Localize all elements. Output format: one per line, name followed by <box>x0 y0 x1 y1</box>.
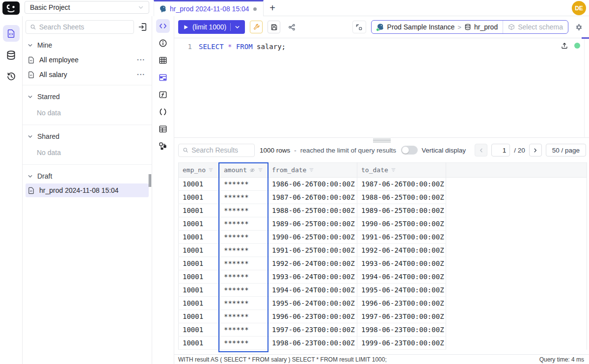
cell-emp_no[interactable]: 10001 <box>179 191 220 204</box>
cell-to_date[interactable]: 1994-06-24T00:00:00Z <box>357 270 446 284</box>
search-sheets-input[interactable] <box>39 23 130 31</box>
cell-emp_no[interactable]: 10001 <box>179 323 220 337</box>
new-tab-button[interactable]: + <box>264 0 281 16</box>
panel-resize-handle[interactable] <box>149 174 152 187</box>
cell-to_date[interactable]: 1997-06-23T00:00:00Z <box>357 310 446 323</box>
ai-assistant-button[interactable] <box>572 21 585 33</box>
bytebase-logo-icon[interactable] <box>2 1 20 15</box>
rail-databases-button[interactable] <box>3 47 20 63</box>
cell-amount[interactable]: ****** <box>220 217 268 231</box>
cell-emp_no[interactable]: 10001 <box>179 231 220 244</box>
cell-amount[interactable]: ****** <box>220 270 268 284</box>
sort-funnel-icon[interactable] <box>309 167 314 173</box>
sheet-item-all-salary[interactable]: All salary ··· <box>23 67 152 82</box>
rail-history-button[interactable] <box>3 68 20 85</box>
cell-to_date[interactable]: 1988-06-25T00:00:00Z <box>357 191 446 204</box>
cell-from_date[interactable]: 1986-06-26T00:00:00Z <box>268 178 357 191</box>
cell-to_date[interactable]: 1999-06-23T00:00:00Z <box>357 337 446 350</box>
next-page-button[interactable] <box>529 144 542 156</box>
user-avatar[interactable]: DE <box>572 1 586 15</box>
cell-from_date[interactable]: 1993-06-24T00:00:00Z <box>268 270 357 284</box>
cell-amount[interactable]: ****** <box>220 244 268 257</box>
chevron-down-icon[interactable] <box>235 25 240 30</box>
cell-amount[interactable]: ****** <box>220 310 268 323</box>
cell-from_date[interactable]: 1995-06-24T00:00:00Z <box>268 297 357 310</box>
sheet-item-all-employee[interactable]: All employee ··· <box>23 52 152 67</box>
cell-to_date[interactable]: 1991-06-25T00:00:00Z <box>357 231 446 244</box>
column-header-amount[interactable]: amount <box>220 163 268 178</box>
cell-from_date[interactable]: 1990-06-25T00:00:00Z <box>268 231 357 244</box>
section-draft[interactable]: Draft <box>23 168 152 183</box>
sql-editor[interactable]: 1 SELECT * FROM salary; <box>174 38 589 138</box>
cell-from_date[interactable]: 1988-06-25T00:00:00Z <box>268 204 357 217</box>
prev-page-button[interactable] <box>475 144 487 156</box>
run-query-button[interactable]: (limit 1000) <box>178 20 245 34</box>
tab-worksheet[interactable]: hr_prod 2024-11-08 15:04 <box>154 0 264 16</box>
cell-amount[interactable]: ****** <box>220 284 268 297</box>
cell-to_date[interactable]: 1995-06-24T00:00:00Z <box>357 284 446 297</box>
sheet-item-draft-current[interactable]: hr_prod 2024-11-08 15:04 <box>26 183 149 197</box>
select-schema-dropdown[interactable]: Select schema <box>503 21 568 33</box>
sheet-item-more-button[interactable]: ··· <box>137 71 145 78</box>
section-mine[interactable]: Mine <box>23 37 152 52</box>
column-header-emp_no[interactable]: emp_no <box>179 163 220 178</box>
column-header-from_date[interactable]: from_date <box>268 163 357 178</box>
cell-amount[interactable]: ****** <box>220 257 268 270</box>
sheet-item-more-button[interactable]: ··· <box>137 56 145 64</box>
cell-from_date[interactable]: 1991-06-25T00:00:00Z <box>268 244 357 257</box>
search-results-input-box[interactable] <box>178 144 255 157</box>
strip-code-button[interactable] <box>156 19 170 33</box>
cell-emp_no[interactable]: 10001 <box>179 284 220 297</box>
results-resize-handle[interactable] <box>373 139 391 142</box>
cell-amount[interactable]: ****** <box>220 231 268 244</box>
strip-parens-button[interactable] <box>156 105 170 119</box>
cell-to_date[interactable]: 1987-06-26T00:00:00Z <box>357 178 446 191</box>
cell-emp_no[interactable]: 10001 <box>179 257 220 270</box>
cell-amount[interactable]: ****** <box>220 337 268 350</box>
schema-compare-button[interactable] <box>352 21 366 33</box>
cell-to_date[interactable]: 1996-06-23T00:00:00Z <box>357 297 446 310</box>
connection-select[interactable]: Prod Sample Instance > hr_prod <box>372 23 503 31</box>
save-sheet-button[interactable] <box>268 21 280 33</box>
cell-emp_no[interactable]: 10001 <box>179 204 220 217</box>
cell-from_date[interactable]: 1987-06-26T00:00:00Z <box>268 191 357 204</box>
project-select[interactable]: Basic Project <box>25 1 149 14</box>
cell-amount[interactable]: ****** <box>220 204 268 217</box>
sort-funnel-icon[interactable] <box>391 167 396 173</box>
upload-icon[interactable] <box>561 42 568 50</box>
page-size-select[interactable]: 50 / page <box>546 144 586 156</box>
cell-emp_no[interactable]: 10001 <box>179 217 220 231</box>
strip-schema-diagram-button[interactable] <box>156 139 170 153</box>
cell-from_date[interactable]: 1997-06-23T00:00:00Z <box>268 323 357 337</box>
cell-amount[interactable]: ****** <box>220 323 268 337</box>
cell-to_date[interactable]: 1998-06-23T00:00:00Z <box>357 323 446 337</box>
cell-from_date[interactable]: 1996-06-23T00:00:00Z <box>268 310 357 323</box>
search-results-input[interactable] <box>191 146 250 154</box>
cell-emp_no[interactable]: 10001 <box>179 297 220 310</box>
strip-sheets-button[interactable] <box>156 122 170 136</box>
cell-to_date[interactable]: 1990-06-25T00:00:00Z <box>357 217 446 231</box>
cell-to_date[interactable]: 1989-06-25T00:00:00Z <box>357 204 446 217</box>
search-sheets-input-box[interactable] <box>26 20 134 34</box>
cell-to_date[interactable]: 1992-06-24T00:00:00Z <box>357 244 446 257</box>
section-shared[interactable]: Shared <box>23 128 152 144</box>
cell-emp_no[interactable]: 10001 <box>179 337 220 350</box>
page-number-input[interactable] <box>491 144 510 156</box>
format-sql-button[interactable] <box>250 21 263 33</box>
cell-emp_no[interactable]: 10001 <box>179 178 220 191</box>
cell-amount[interactable]: ****** <box>220 178 268 191</box>
strip-functions-button[interactable] <box>156 88 170 102</box>
import-sheet-icon[interactable] <box>138 22 148 32</box>
cell-from_date[interactable]: 1994-06-24T00:00:00Z <box>268 284 357 297</box>
share-sheet-button[interactable] <box>285 21 298 33</box>
column-header-to_date[interactable]: to_date <box>357 163 446 178</box>
cell-amount[interactable]: ****** <box>220 297 268 310</box>
strip-data-masking-button[interactable] <box>156 71 170 84</box>
sort-funnel-icon[interactable] <box>258 167 263 173</box>
cell-from_date[interactable]: 1998-06-23T00:00:00Z <box>268 337 357 350</box>
vertical-display-toggle[interactable] <box>401 146 418 155</box>
cell-emp_no[interactable]: 10001 <box>179 310 220 323</box>
cell-emp_no[interactable]: 10001 <box>179 244 220 257</box>
section-starred[interactable]: Starred <box>23 88 152 104</box>
rail-worksheets-button[interactable] <box>3 25 20 42</box>
